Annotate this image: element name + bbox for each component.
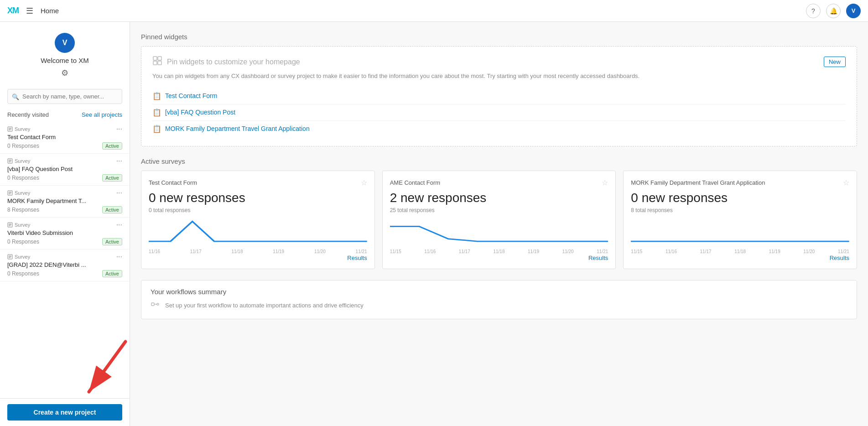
sidebar-footer: Create a new project — [0, 398, 130, 426]
survey-card-new-responses-0: 0 new responses — [149, 191, 367, 205]
pinned-link-item: 📋 Test Contact Form — [152, 88, 846, 104]
search-icon: 🔍 — [12, 93, 19, 100]
sidebar-item-name-3: Viterbi Video Submission — [7, 229, 122, 236]
pinned-link-1[interactable]: Test Contact Form — [165, 92, 217, 99]
sidebar-item-type-3: Survey — [7, 222, 30, 228]
sidebar-item-responses-3: 0 Responses — [7, 239, 39, 245]
create-new-project-button[interactable]: Create a new project — [7, 404, 122, 421]
grid-icon — [152, 56, 162, 68]
pinned-widgets-title: Pinned widgets — [141, 33, 857, 41]
sidebar-item-responses-4: 0 Responses — [7, 270, 39, 277]
sidebar-item-name-1: [vba] FAQ Question Post — [7, 166, 122, 172]
chart-labels-0: 11/1611/1711/1811/1911/2011/21 — [149, 249, 367, 254]
user-avatar[interactable]: V — [846, 4, 861, 18]
doc-icon-1: 📋 — [152, 92, 161, 100]
xm-logo[interactable]: XM — [7, 6, 19, 16]
sidebar-item-badge-0: Active — [102, 142, 122, 150]
star-icon-0[interactable]: ☆ — [361, 178, 367, 187]
results-link-1[interactable]: Results — [390, 255, 608, 261]
doc-icon-3: 📋 — [152, 125, 161, 133]
sidebar-item-name-0: Test Contact Form — [7, 134, 122, 140]
survey-card-name-0: Test Contact Form — [149, 179, 197, 186]
survey-chart-2: 11/1511/1611/1711/1811/1911/2011/21 — [631, 219, 849, 251]
svg-rect-25 — [151, 303, 154, 306]
sidebar-avatar: V — [55, 33, 75, 53]
survey-card-header-1: AME Contact Form ☆ — [390, 178, 608, 187]
top-navigation: XM ☰ Home ? 🔔 V — [0, 0, 868, 22]
sidebar-item-more-2[interactable]: ··· — [116, 189, 122, 197]
pinned-widgets-section: Pinned widgets Pin widgets to customize … — [141, 33, 857, 146]
sidebar-item-badge-4: Active — [102, 270, 122, 277]
sidebar-item-more-3[interactable]: ··· — [116, 221, 122, 229]
workflows-title: Your workflows summary — [151, 288, 847, 296]
recently-visited-header: Recently visited See all projects — [0, 111, 130, 122]
workflows-description-text: Set up your first workflow to automate i… — [165, 302, 364, 309]
doc-icon-2: 📋 — [152, 108, 161, 117]
survey-card-name-2: MORK Family Department Travel Grant Appl… — [631, 179, 765, 186]
results-link-0[interactable]: Results — [149, 255, 367, 261]
survey-cards-container: Test Contact Form ☆ 0 new responses 0 to… — [141, 171, 857, 269]
sidebar-item-name-4: [GRAD] 2022 DEN@Viterbi ... — [7, 261, 122, 268]
star-icon-2[interactable]: ☆ — [843, 178, 849, 187]
sidebar-item[interactable]: Survey ··· Viterbi Video Submission 0 Re… — [0, 218, 130, 249]
hamburger-icon[interactable]: ☰ — [26, 6, 33, 16]
sidebar-item-more-1[interactable]: ··· — [116, 157, 122, 165]
sidebar-item[interactable]: Survey ··· [GRAD] 2022 DEN@Viterbi ... 0… — [0, 249, 130, 281]
sidebar-item-badge-2: Active — [102, 206, 122, 213]
star-icon-1[interactable]: ☆ — [602, 178, 608, 187]
survey-chart-0: 11/1611/1711/1811/1911/2011/21 — [149, 219, 367, 251]
search-input[interactable] — [7, 89, 122, 104]
recently-visited-label: Recently visited — [7, 111, 49, 118]
chart-labels-2: 11/1511/1611/1711/1811/1911/2011/21 — [631, 249, 849, 254]
survey-card-total-responses-2: 8 total responses — [631, 207, 849, 213]
pinned-new-button[interactable]: New — [824, 57, 846, 67]
survey-card-2: MORK Family Department Travel Grant Appl… — [623, 171, 857, 269]
sidebar-item-type-4: Survey — [7, 254, 30, 260]
pinned-link-2[interactable]: [vba] FAQ Question Post — [165, 109, 235, 116]
help-button[interactable]: ? — [806, 4, 821, 18]
sidebar-item[interactable]: Survey ··· [vba] FAQ Question Post 0 Res… — [0, 154, 130, 186]
survey-chart-1: 11/1511/1611/1711/1811/1911/2011/21 — [390, 219, 608, 251]
sidebar-project-list: Survey ··· Test Contact Form 0 Responses… — [0, 122, 130, 398]
sidebar-item-more-4[interactable]: ··· — [116, 253, 122, 260]
svg-rect-22 — [158, 57, 161, 60]
pinned-card-description: You can pin widgets from any CX dashboar… — [152, 72, 846, 81]
sidebar-item-type-0: Survey — [7, 126, 30, 132]
survey-card-header-2: MORK Family Department Travel Grant Appl… — [631, 178, 849, 187]
nav-home-title: Home — [41, 7, 59, 15]
sidebar-item-responses-2: 8 Responses — [7, 207, 39, 213]
sidebar-item[interactable]: Survey ··· Test Contact Form 0 Responses… — [0, 122, 130, 154]
sidebar-user-section: V Welcome to XM ⚙ — [0, 22, 130, 85]
sidebar-welcome-text: Welcome to XM — [41, 57, 89, 64]
pinned-links-list: 📋 Test Contact Form 📋 [vba] FAQ Question… — [152, 88, 846, 137]
bell-icon: 🔔 — [830, 7, 837, 15]
survey-card-total-responses-1: 25 total responses — [390, 207, 608, 213]
sidebar-item[interactable]: Survey ··· MORK Family Department T... 8… — [0, 186, 130, 218]
chart-labels-1: 11/1511/1611/1711/1811/1911/2011/21 — [390, 249, 608, 254]
workflow-icon — [151, 299, 161, 312]
svg-rect-24 — [158, 61, 161, 65]
settings-icon[interactable]: ⚙ — [61, 68, 68, 78]
pinned-widgets-card: Pin widgets to customize your homepage N… — [141, 46, 857, 146]
active-surveys-section: Active surveys Test Contact Form ☆ 0 new… — [141, 157, 857, 269]
see-all-projects-link[interactable]: See all projects — [82, 111, 122, 118]
sidebar-item-type-1: Survey — [7, 158, 30, 164]
sidebar-item-name-2: MORK Family Department T... — [7, 197, 122, 204]
workflows-description: Set up your first workflow to automate i… — [151, 299, 847, 312]
survey-card-1: AME Contact Form ☆ 2 new responses 25 to… — [382, 171, 616, 269]
pinned-link-item: 📋 [vba] FAQ Question Post — [152, 104, 846, 121]
sidebar-item-more-0[interactable]: ··· — [116, 125, 122, 133]
sidebar-item-responses-1: 0 Responses — [7, 175, 39, 181]
results-link-2[interactable]: Results — [631, 255, 849, 261]
search-container: 🔍 — [7, 89, 122, 104]
sidebar-item-type-2: Survey — [7, 190, 30, 196]
notifications-button[interactable]: 🔔 — [826, 4, 841, 18]
pinned-card-header: Pin widgets to customize your homepage N… — [152, 56, 846, 68]
pinned-link-3[interactable]: MORK Family Department Travel Grant Appl… — [165, 125, 310, 132]
survey-card-0: Test Contact Form ☆ 0 new responses 0 to… — [141, 171, 375, 269]
svg-rect-21 — [153, 57, 157, 60]
survey-card-total-responses-0: 0 total responses — [149, 207, 367, 213]
sidebar-item-responses-0: 0 Responses — [7, 143, 39, 149]
help-icon: ? — [811, 7, 815, 15]
sidebar-item-badge-3: Active — [102, 238, 122, 245]
